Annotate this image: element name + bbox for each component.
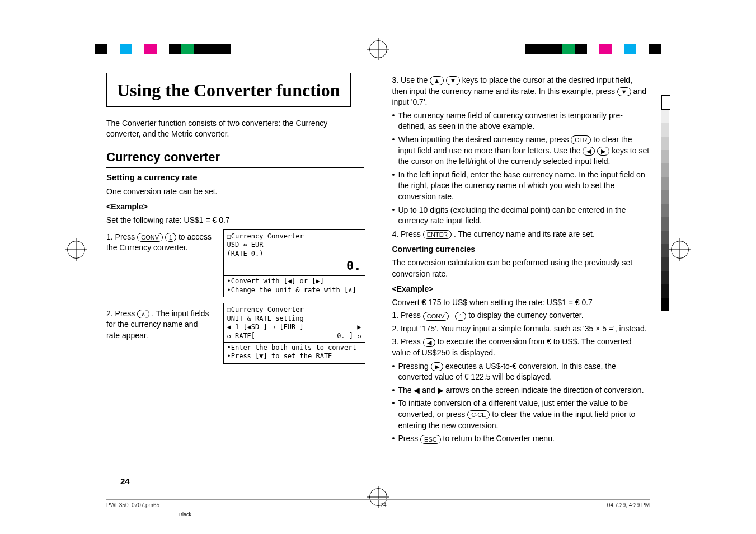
right-column: 3. Use the ▲ ▼ keys to place the cursor … [392,73,650,478]
registration-mark-left-icon [67,241,85,259]
set-rate-line: Set the following rate: US$1 = € 0.7 [106,215,364,226]
conv-bullet-3: To initiate conversion of a different va… [392,398,650,431]
page-number: 24 [120,476,130,486]
step2-prefix: 2. Press [106,309,137,318]
bullet-3-3: In the left input field, enter the base … [392,170,650,203]
key-enter-icon: ENTER [423,230,452,239]
intro-text: The Converter function consists of two c… [106,118,364,140]
key-right-arrow-icon: ▶ [597,147,609,156]
key-esc-icon: ESC [420,435,441,444]
key-left-arrow-icon: ◀ [583,147,595,156]
step-3: 3. Use the ▲ ▼ keys to place the cursor … [392,75,650,108]
lcd2-line2: UNIT & RATE setting [227,315,361,324]
key-clr-icon: CLR [571,135,591,144]
cb2-text: The ◀ and ▶ arrows on the screen indicat… [398,385,644,396]
lcd1-hint1: •Convert with [◀] or [▶] [227,277,361,286]
example2-line: Convert € 175 to US$ when setting the ra… [392,297,650,308]
c1b: to display the currency converter. [468,311,583,320]
footer-filename: PWE350_0707.pm65 [106,502,159,508]
bullet-3-1: The currency name field of currency conv… [392,110,650,132]
footer-date: 04.7.29, 4:29 PM [607,502,650,508]
page-title: Using the Converter function [117,80,340,100]
lcd1-big-value: 0. [227,258,361,274]
conv-bullet-1: Pressing ▶ executes a US$-to-€ conversio… [392,361,650,383]
c3a: 3. Press [392,337,423,346]
key-up-arrow-icon: ▲ [430,76,444,85]
key-left-arrow-icon-2: ◀ [423,338,435,347]
example-label-1: <Example> [106,202,364,213]
title-box: Using the Converter function [106,73,351,107]
lcd2-rate-value: 0. ] ↻ [337,332,361,341]
footer-black-label: Black [179,512,191,517]
conv-intro: The conversion calculation can be perfor… [392,257,650,279]
lcd-screenshot-2: ❑Currency Converter UNIT & RATE setting … [223,303,365,364]
conv-step-3: 3. Press ◀ to execute the conversion fro… [392,336,650,358]
conv-bullet-2: The ◀ and ▶ arrows on the screen indicat… [392,385,650,396]
step-4: 4. Press ENTER . The currency name and i… [392,229,650,240]
key-cce-icon: C·CE [467,410,490,419]
bullet-3-2: When inputting the desired currency name… [392,134,650,167]
b2a: When inputting the desired currency name… [398,135,571,144]
footer-info: PWE350_0707.pm65 24 04.7.29, 4:29 PM [106,499,650,508]
bullet-3-1-text: The currency name field of currency conv… [398,110,650,132]
step1-prefix: 1. Press [106,232,137,241]
key-conv-icon-2: CONV [423,312,449,321]
lcd-screenshot-1: ❑Currency Converter USD ⇔ EUR (RATE 0.) … [223,229,365,298]
key-caret-up-icon: ∧ [137,310,149,318]
c2-text: 2. Input '175'. You may input a simple f… [392,324,647,335]
conv-bullet-4: Press ESC to return to the Converter men… [392,433,650,444]
c1a: 1. Press [392,311,423,320]
lcd2-hint1: •Enter the both units to convert [227,344,361,353]
key-down-arrow-icon-2: ▼ [617,87,631,96]
b3-text: In the left input field, enter the base … [398,170,650,203]
heading-converting-currencies: Converting currencies [392,244,650,255]
page-content: Using the Converter function The Convert… [106,73,650,478]
lcd2-right-arrow-icon: ▶ [357,323,361,332]
lcd1-line1: ❑Currency Converter [227,232,361,241]
lcd1-hint2: •Change the unit & rate with [∧] [227,286,361,295]
left-column: Using the Converter function The Convert… [106,73,364,478]
registration-mark-right-icon [671,241,689,259]
color-row-left [95,44,231,54]
step-1: 1. Press CONV 1 to access the Currency c… [106,232,213,254]
key-conv-icon: CONV [137,233,163,242]
heading-currency-converter: Currency converter [106,149,364,168]
grayscale-strip [661,95,669,311]
lcd2-line1: ❑Currency Converter [227,306,361,315]
key-right-arrow-icon-2: ▶ [431,362,443,371]
step4a: 4. Press [392,229,423,238]
conv-step-2: 2. Input '175'. You may input a simple f… [392,324,650,335]
step-2: 2. Press ∧ . The input fields for the cu… [106,308,213,341]
key-down-arrow-icon: ▼ [446,76,460,85]
color-row-right [525,44,661,54]
registration-mark-top-icon [369,40,387,58]
setting-line: One conversion rate can be set. [106,186,364,198]
example-label-2: <Example> [392,284,650,295]
b4-text: Up to 10 digits (excluding the decimal p… [398,205,650,227]
lcd2-rate-label: ↺ RATE[ [227,332,256,341]
cb4b: to return to the Converter menu. [443,434,555,443]
conv-step-1: 1. Press CONV 1 to display the currency … [392,310,650,321]
footer-page: 24 [380,502,386,508]
lcd1-line3: (RATE 0.) [227,250,361,259]
step4b: . The currency name and its rate are set… [454,229,595,238]
bullet-3-4: Up to 10 digits (excluding the decimal p… [392,205,650,227]
cb1a: Pressing [398,362,430,371]
cb4a: Press [398,434,420,443]
lcd2-line3: ◀ 1 [◀SD ] → [EUR ] [227,323,304,332]
lcd2-hint2: •Press [▼] to set the RATE [227,352,361,361]
key-1-icon-2: 1 [455,312,466,321]
lcd1-line2: USD ⇔ EUR [227,241,361,250]
heading-setting-rate: Setting a currency rate [106,171,364,183]
key-1-icon: 1 [165,233,176,242]
step3-a: 3. Use the [392,76,430,85]
